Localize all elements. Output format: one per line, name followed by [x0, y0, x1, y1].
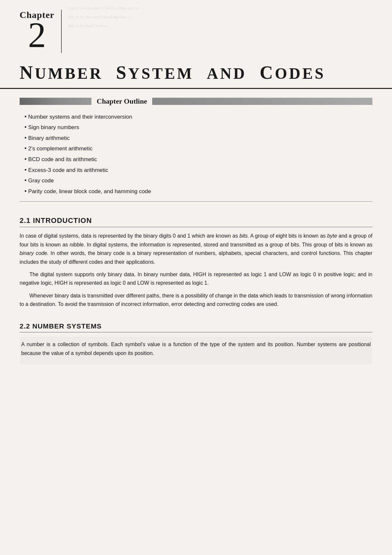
list-item: Binary arithmetic: [23, 133, 372, 143]
title-c: CODES: [260, 62, 325, 83]
chapter-number: 2: [28, 17, 46, 53]
outline-bar-left: [20, 98, 91, 105]
italic-byte: byte: [327, 233, 337, 239]
italic-binary-code: binary code.: [20, 250, 49, 256]
list-item: BCD code and its arithmetic: [23, 154, 372, 165]
main-title: NUMBER SYSTEM AND CODES: [20, 63, 372, 83]
list-item: 2's complement arithmetic: [23, 143, 372, 154]
outline-header: Chapter Outline: [20, 97, 372, 106]
section-22-container: 2.2 NUMBER SYSTEMS A number is a collect…: [0, 317, 392, 371]
section-22-body: A number is a collection of symbols. Eac…: [20, 337, 372, 365]
page-container: Chapter 2 matter written and it seems a …: [0, 0, 392, 555]
title-s: SYSTEM: [116, 62, 194, 83]
list-item: Number systems and their interconversion: [23, 111, 372, 122]
title-n: NUMBER: [20, 62, 103, 83]
section-21-heading: 2.1 INTRODUCTION: [20, 216, 372, 227]
list-item: Parity code, linear block code, and hamm…: [23, 186, 372, 197]
outline-divider: [20, 201, 372, 202]
list-item: Excess-3 code and its arithmetic: [23, 165, 372, 176]
chapter-label-block: Chapter 2: [20, 10, 62, 53]
outline-title: Chapter Outline: [91, 97, 152, 106]
main-title-section: NUMBER SYSTEM AND CODES: [0, 56, 392, 89]
list-item: Sign binary numbers: [23, 122, 372, 133]
section-21-para-1: In case of digital systems, data is repr…: [20, 232, 372, 266]
section-21-para-3: Whenever binary data is transmitted over…: [20, 292, 372, 309]
italic-nibble: nibble.: [70, 242, 85, 247]
chapter-header: Chapter 2 matter written and it seems a …: [0, 0, 392, 56]
section-22-para-1: A number is a collection of symbols. Eac…: [21, 340, 371, 358]
list-item: Gray code: [23, 175, 372, 186]
section-21-para-2: The digital system supports only binary …: [20, 270, 372, 288]
section-22-heading: 2.2 NUMBER SYSTEMS: [20, 322, 372, 332]
italic-bits: bits.: [239, 233, 249, 239]
title-and: AND: [207, 65, 247, 82]
section-21-container: 2.1 INTRODUCTION In case of digital syst…: [0, 208, 392, 317]
ghost-text: matter written and it seems a little as …: [65, 0, 392, 34]
outline-bar-right: [152, 98, 372, 105]
outline-list: Number systems and their interconversion…: [23, 111, 372, 197]
outline-section: Chapter Outline Number systems and their…: [0, 89, 392, 205]
section-21-body: In case of digital systems, data is repr…: [20, 232, 372, 309]
